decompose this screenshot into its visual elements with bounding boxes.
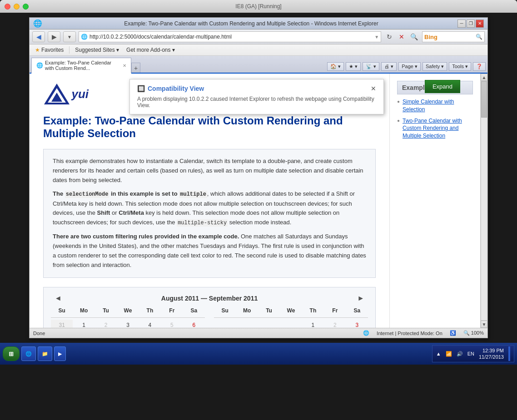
ie-title: Example: Two-Pane Calendar with Custom R…: [45, 20, 457, 27]
windows-icon: ⊞: [9, 351, 14, 357]
search-input[interactable]: [438, 34, 475, 40]
get-more-addons-button[interactable]: Get more Add-ons ▾: [124, 46, 177, 54]
sidebar-link-two-pane[interactable]: Two-Pane Calendar with Custom Rendering …: [403, 117, 473, 140]
sidebar-item-simple-calendar[interactable]: ● Simple Calendar with Selection: [397, 98, 473, 114]
calendar-next-button[interactable]: ►: [353, 292, 368, 304]
tab-favicon: 🌐: [36, 62, 43, 69]
suggested-sites-label: Suggested Sites ▾: [75, 47, 119, 53]
tab-tools: 🏠 ▾ ★ ▾ 📡 ▾ 🖨 ▾ Page ▾ Safety ▾ Tools ▾ …: [327, 62, 486, 73]
accessibility-icon: ♿: [450, 330, 456, 336]
time-display: 12:39 PM: [479, 347, 504, 354]
scroll-up-button[interactable]: ▲: [481, 74, 487, 81]
tab-bar: 🌐 Example: Two-Pane Calendar with Custom…: [30, 56, 487, 74]
print-button[interactable]: 🖨 ▾: [381, 62, 397, 71]
mac-window-controls: [5, 4, 29, 10]
zoom-level[interactable]: 🔍 100%: [463, 330, 484, 336]
cal-cell[interactable]: 31: [51, 320, 73, 328]
cal-cell[interactable]: 6: [183, 320, 205, 328]
favorites-label: Favorites: [41, 47, 64, 53]
sidebar-link-simple[interactable]: Simple Calendar with Selection: [403, 98, 473, 114]
sep-mon: Mo: [236, 306, 258, 316]
new-tab-button[interactable]: +: [131, 63, 140, 73]
cal-cell: 2: [95, 320, 117, 328]
home-button[interactable]: 🏠 ▾: [327, 62, 344, 71]
scroll-down-button[interactable]: ▼: [481, 321, 487, 328]
suggested-sites-button[interactable]: Suggested Sites ▾: [73, 46, 121, 54]
ie-taskbar-icon: 🌐: [25, 351, 32, 357]
ie-restore-button[interactable]: ❐: [467, 20, 475, 28]
search-submit-button[interactable]: 🔍: [476, 34, 482, 40]
calendar-prev-button[interactable]: ◄: [51, 292, 65, 304]
refresh-icon[interactable]: ↻: [384, 31, 395, 42]
tools-button[interactable]: Tools ▾: [449, 62, 471, 71]
search-icon[interactable]: 🔍: [408, 31, 419, 42]
description-box: This example demonstrates how to instant…: [43, 149, 376, 278]
p3-bold: There are two custom filtering rules pro…: [53, 233, 239, 240]
dropdown-button[interactable]: ▼: [63, 31, 76, 42]
safety-button[interactable]: Safety ▾: [423, 62, 447, 71]
sidebar-item-two-pane[interactable]: ● Two-Pane Calendar with Custom Renderin…: [397, 117, 473, 140]
calendar-container: ◄ August 2011 — September 2011 ► Su Mo T…: [43, 287, 376, 328]
yui-logo: yui: [43, 83, 89, 105]
taskbar-explorer-item[interactable]: 📁: [38, 346, 52, 361]
ie-titlebar: 🌐 Example: Two-Pane Calendar with Custom…: [30, 18, 487, 30]
p2-code2: multiple: [179, 191, 207, 198]
ie-minimize-button[interactable]: ─: [457, 20, 466, 28]
p2-code1: selectionMode: [65, 191, 109, 198]
active-tab[interactable]: 🌐 Example: Two-Pane Calendar with Custom…: [31, 58, 131, 74]
cal-cell[interactable]: 4: [139, 320, 161, 328]
stop-icon[interactable]: ✕: [396, 31, 407, 42]
scroll-thumb[interactable]: [481, 81, 487, 118]
compat-close-button[interactable]: ✕: [371, 85, 376, 92]
network-icon: 📶: [446, 351, 452, 357]
compat-title: Compatibility View: [148, 85, 204, 92]
scroll-track[interactable]: [481, 81, 487, 321]
cal-cell: 2: [324, 320, 346, 328]
sep-sat: Sa: [346, 306, 368, 316]
page-button[interactable]: Page ▾: [398, 62, 421, 71]
p2-bold-mid: in this example is set to: [109, 190, 179, 197]
expand-button[interactable]: Expand: [425, 80, 460, 93]
address-input[interactable]: [89, 34, 373, 40]
taskbar-media-item[interactable]: ▶: [54, 346, 66, 361]
back-button[interactable]: ◀: [32, 31, 45, 42]
content-area: 🔲 Compatibility View ✕ A problem display…: [30, 74, 487, 328]
tray-arrow[interactable]: ▲: [436, 351, 441, 356]
feeds-button[interactable]: 📡 ▾: [363, 62, 379, 71]
cal-cell[interactable]: 3: [117, 320, 139, 328]
media-icon: ▶: [58, 351, 62, 357]
sep-thu: Th: [302, 306, 324, 316]
scrollbar: ▲ ▼: [480, 74, 487, 328]
aug-wed: We: [117, 306, 139, 316]
cal-cell[interactable]: 1: [73, 320, 94, 328]
tray-time: 12:39 PM 11/27/2013: [479, 347, 504, 361]
ie-close-button[interactable]: ✕: [476, 20, 484, 28]
aug-mon: Mo: [73, 306, 94, 316]
start-button[interactable]: ⊞: [3, 346, 20, 361]
favorites-toolbar-button[interactable]: ★ ▾: [346, 62, 361, 71]
sep-tue: Tu: [258, 306, 280, 316]
address-dropdown[interactable]: ▼: [374, 35, 379, 40]
sep-row-1: 1 2 3: [214, 320, 368, 328]
mac-maximize-button[interactable]: [23, 4, 29, 10]
favorites-button[interactable]: ★ Favorites: [33, 46, 65, 54]
cal-cell: [280, 320, 302, 328]
help-button[interactable]: ❓: [473, 62, 486, 71]
show-desktop[interactable]: [508, 346, 510, 361]
mac-minimize-button[interactable]: [14, 4, 20, 10]
mac-close-button[interactable]: [5, 4, 10, 10]
cal-cell[interactable]: 3: [346, 320, 368, 328]
sep-sun: Su: [214, 306, 236, 316]
description-p1: This example demonstrates how to instant…: [53, 157, 366, 185]
tab-close-button[interactable]: ✕: [123, 63, 126, 68]
calendar-nav: ◄ August 2011 — September 2011 ►: [51, 295, 368, 302]
cal-cell[interactable]: 1: [302, 320, 324, 328]
favorites-bar: ★ Favorites Suggested Sites ▾ Get more A…: [30, 44, 487, 56]
address-bar: 🌐 ▼: [79, 31, 381, 42]
compat-popup-header: 🔲 Compatibility View ✕: [137, 85, 376, 92]
taskbar-ie-item[interactable]: 🌐: [21, 346, 36, 361]
forward-button[interactable]: ▶: [48, 31, 60, 42]
yui-text: yui: [71, 87, 89, 101]
bing-logo: Bing: [424, 34, 437, 40]
cal-cell: [236, 320, 258, 328]
